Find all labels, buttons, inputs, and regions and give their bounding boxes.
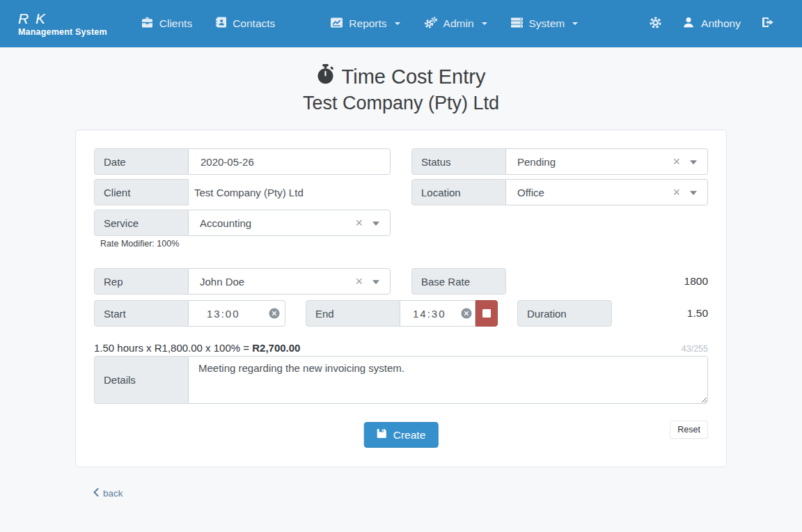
nav-item-label: System [529, 17, 565, 30]
start-group: Start [94, 300, 286, 327]
create-button-label: Create [393, 429, 426, 441]
chevron-down-icon [482, 22, 487, 25]
nav-item-system[interactable]: System [499, 0, 590, 47]
nav-item-label: Clients [159, 17, 192, 30]
nav-item-admin[interactable]: Admin [412, 0, 499, 47]
briefcase-icon [141, 17, 153, 31]
user-menu[interactable]: Anthony [672, 0, 752, 47]
end-group: End [306, 300, 498, 327]
brand-logo[interactable]: R K Management System [18, 10, 107, 37]
status-label: Status [411, 148, 506, 175]
clear-circle-icon[interactable] [461, 308, 472, 319]
form-actions: Create Reset [94, 421, 708, 448]
cogs-icon [424, 17, 437, 31]
brand-title: R K [18, 10, 107, 27]
logout-button[interactable] [752, 0, 784, 47]
service-group: Service Accounting × [94, 210, 391, 236]
chevron-down-icon [572, 22, 578, 25]
date-input[interactable] [188, 148, 391, 175]
clear-circle-icon[interactable] [269, 308, 280, 319]
duration-value: 1.50 [612, 300, 708, 327]
page-title: Time Cost Entry [0, 64, 802, 89]
location-select[interactable]: Office × [505, 179, 708, 205]
start-label: Start [94, 300, 189, 327]
chevron-down-icon[interactable] [372, 280, 379, 284]
stop-icon [482, 309, 491, 318]
chevron-down-icon[interactable] [372, 221, 379, 226]
user-name: Anthony [701, 17, 741, 30]
base-rate-value: 1800 [506, 268, 708, 295]
save-icon [377, 428, 387, 441]
status-select-value: Pending [517, 156, 556, 168]
clear-icon[interactable]: × [673, 186, 680, 198]
nav-item-reports[interactable]: Reports [319, 0, 411, 47]
base-rate-group: Base Rate 1800 [411, 268, 708, 295]
navbar-right: Anthony [639, 0, 784, 47]
chart-line-icon [331, 17, 343, 31]
calculation-result: R2,700.00 [252, 342, 300, 354]
address-book-icon [216, 17, 226, 31]
brand-subtitle: Management System [18, 27, 107, 37]
details-textarea[interactable]: Meeting regarding the new invoicing syst… [188, 356, 708, 404]
clear-icon[interactable]: × [355, 217, 363, 229]
date-group: Date [94, 148, 391, 175]
stop-timer-button[interactable] [475, 300, 498, 327]
back-link[interactable]: back [93, 488, 123, 499]
rep-group: Rep John Doe × [94, 268, 391, 295]
calculation-prefix: 1.50 hours x R1,800.00 x 100% = [94, 342, 252, 354]
chevron-down-icon[interactable] [690, 160, 697, 164]
chevron-down-icon [395, 22, 400, 25]
duration-label: Duration [517, 300, 612, 327]
status-group: Status Pending × [411, 148, 708, 175]
location-label: Location [411, 179, 506, 205]
service-select[interactable]: Accounting × [188, 210, 391, 236]
settings-button[interactable] [639, 0, 672, 47]
nav-item-label: Contacts [233, 17, 275, 30]
rep-select-value: John Doe [200, 276, 244, 288]
user-icon [683, 17, 694, 31]
location-select-value: Office [517, 187, 544, 198]
stopwatch-icon [317, 64, 334, 89]
nav-item-contacts[interactable]: Contacts [204, 0, 287, 47]
client-group: Client Test Company (Pty) Ltd [94, 179, 391, 205]
clear-icon[interactable]: × [673, 155, 680, 168]
time-cost-entry-card: Date Status Pending × Client Test Compan… [75, 130, 727, 467]
reset-button[interactable]: Reset [670, 421, 708, 439]
gear-icon [649, 16, 662, 32]
navbar: R K Management System Clients Contacts R… [0, 0, 802, 47]
sign-out-icon [762, 17, 774, 31]
client-value: Test Company (Pty) Ltd [189, 179, 391, 205]
page-subtitle: Test Company (Pty) Ltd [0, 93, 802, 114]
char-counter: 43/255 [682, 344, 708, 354]
client-label: Client [94, 179, 189, 205]
page-title-text: Time Cost Entry [342, 65, 486, 88]
nav-item-label: Reports [349, 17, 386, 30]
create-button[interactable]: Create [364, 422, 439, 448]
chevron-left-icon [93, 488, 99, 499]
service-select-value: Accounting [200, 217, 251, 229]
main-nav: Clients Contacts Reports [129, 0, 590, 47]
clear-icon[interactable]: × [355, 275, 363, 288]
server-icon [511, 17, 523, 31]
rate-modifier-note: Rate Modifier: 100% [100, 239, 708, 249]
chevron-down-icon[interactable] [690, 191, 697, 195]
back-row: back [75, 487, 727, 499]
end-label: End [306, 300, 400, 327]
page-header: Time Cost Entry Test Company (Pty) Ltd [0, 64, 802, 114]
nav-item-clients[interactable]: Clients [129, 0, 204, 47]
back-link-label: back [103, 488, 123, 499]
rep-label: Rep [94, 268, 189, 295]
status-select[interactable]: Pending × [505, 148, 708, 175]
nav-item-label: Admin [443, 17, 474, 30]
rep-select[interactable]: John Doe × [188, 268, 391, 295]
service-label: Service [94, 210, 189, 236]
location-group: Location Office × [411, 179, 708, 205]
calculation-text: 1.50 hours x R1,800.00 x 100% = R2,700.0… [94, 342, 300, 354]
base-rate-label: Base Rate [411, 268, 506, 295]
details-group: Details Meeting regarding the new invoic… [94, 356, 708, 404]
date-label: Date [94, 148, 189, 175]
details-label: Details [94, 356, 189, 404]
